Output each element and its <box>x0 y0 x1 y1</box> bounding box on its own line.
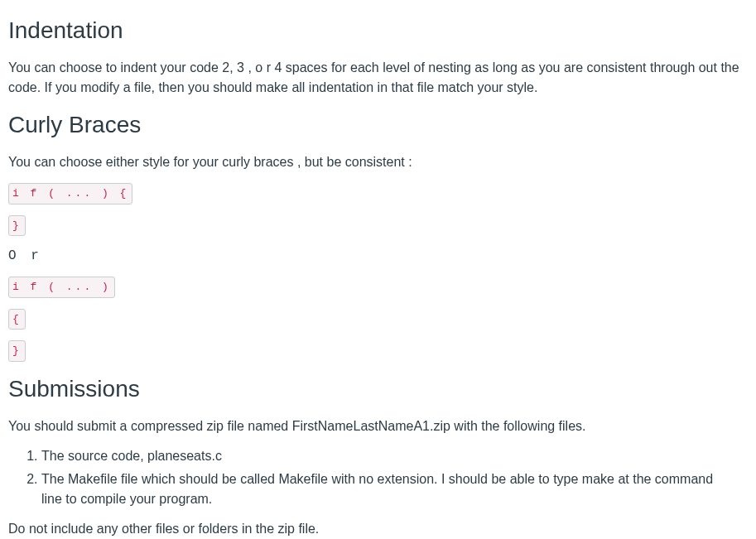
list-item: The source code, planeseats.c <box>41 446 748 466</box>
code-text: i f ( ... ) { <box>8 183 132 205</box>
paragraph-note-exclude: Do not include any other files or folder… <box>8 519 748 539</box>
code-block-style2-line1: i f ( ... ) <box>8 276 748 298</box>
submission-list: The source code, planeseats.c The Makefi… <box>8 446 748 509</box>
code-block-style1-line2: } <box>8 214 748 237</box>
heading-submissions: Submissions <box>8 372 748 407</box>
heading-indentation: Indentation <box>8 13 748 48</box>
paragraph-indentation: You can choose to indent your code 2, 3 … <box>8 58 748 98</box>
code-block-style2-line3: } <box>8 339 748 362</box>
paragraph-submissions-intro: You should submit a compressed zip file … <box>8 416 748 436</box>
paragraph-curly-intro: You can choose either style for your cur… <box>8 152 748 172</box>
or-separator: O r <box>8 246 748 266</box>
code-text: { <box>8 309 26 330</box>
code-block-style2-line2: { <box>8 308 748 330</box>
list-item: The Makefile file which should be called… <box>41 469 748 509</box>
code-block-style1-line1: i f ( ... ) { <box>8 182 748 205</box>
code-text: } <box>8 340 26 362</box>
code-text: } <box>8 215 26 237</box>
heading-curly-braces: Curly Braces <box>8 108 748 142</box>
code-text: i f ( ... ) <box>8 277 115 298</box>
